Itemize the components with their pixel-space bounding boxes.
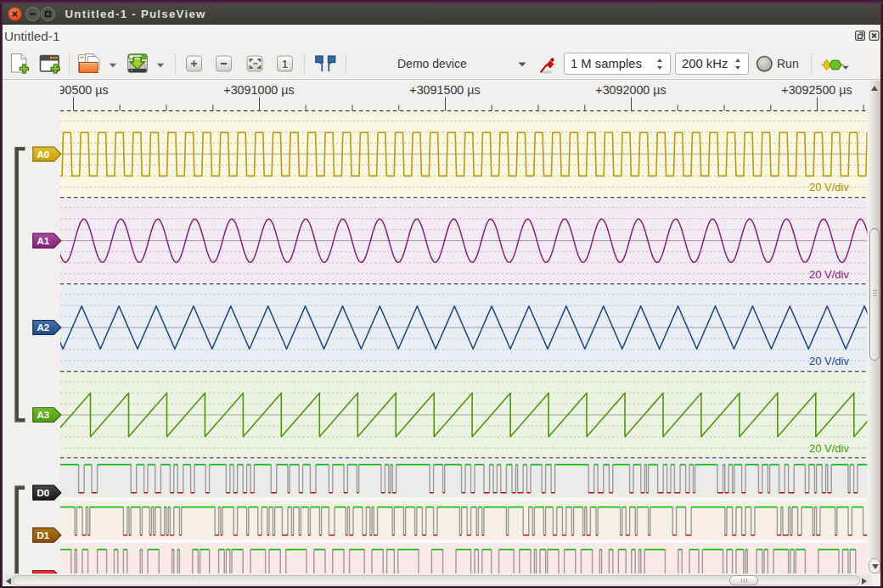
svg-text:+3092500 µs: +3092500 µs [781, 83, 852, 97]
svg-text:D1: D1 [37, 530, 49, 540]
svg-text:A3: A3 [37, 410, 49, 420]
svg-text:1: 1 [282, 58, 289, 70]
svg-text:20 V/div: 20 V/div [809, 442, 849, 455]
svg-text:20 V/div: 20 V/div [809, 355, 849, 367]
svg-text:20 V/div: 20 V/div [809, 181, 849, 193]
svg-text:A2: A2 [37, 322, 49, 333]
svg-text:D0: D0 [37, 488, 49, 498]
svg-text:20 V/div: 20 V/div [809, 268, 849, 281]
svg-text:+3092000 µs: +3092000 µs [595, 83, 666, 97]
svg-text:+3091000 µs: +3091000 µs [223, 83, 294, 97]
svg-text:+3091500 µs: +3091500 µs [409, 83, 480, 97]
svg-text:A1: A1 [37, 236, 49, 246]
svg-text:A0: A0 [37, 149, 49, 160]
